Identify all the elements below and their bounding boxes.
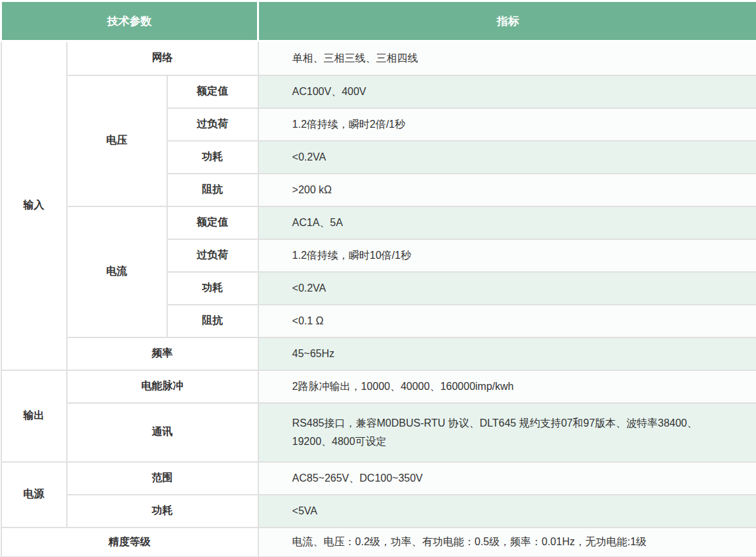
table-row: 电源 范围 AC85~265V、DC100~350V [1,462,756,495]
value-cell: AC1A、5A [258,206,756,239]
value-cell: <0.2VA [258,272,756,305]
value-cell: 1.2倍持续，瞬时2倍/1秒 [258,108,756,141]
table-row: 输出 电能脉冲 2路脉冲输出，10000、40000、160000imp/kwh [1,370,756,403]
value-cell: >200 kΩ [258,174,756,206]
subgroup-cell-voltage: 电压 [67,75,167,206]
group-cell-output: 输出 [1,370,67,462]
value-cell: 2路脉冲输出，10000、40000、160000imp/kwh [258,370,756,403]
group-cell-power: 电源 [1,462,67,528]
table-row: 输入 网络 单相、三相三线、三相四线 [1,41,756,75]
value-cell: RS485接口，兼容M0DBUS-RTU 协议、DLT645 规约支持07和97… [258,403,756,462]
param-cell: 频率 [67,337,258,370]
table-row: 精度等级 电流、电压：0.2级，功率、有功电能：0.5级，频率：0.01Hz，无… [1,528,756,557]
header-cell-params: 技术参数 [1,1,258,41]
param-cell: 阻抗 [167,305,258,337]
param-cell: 电能脉冲 [67,370,258,403]
header-cell-spec: 指标 [258,1,756,41]
value-cell: <0.1 Ω [258,305,756,337]
param-cell: 过负荷 [167,108,258,141]
table-row: 功耗 <5VA [1,495,756,528]
param-cell: 功耗 [167,141,258,174]
value-cell: <0.2VA [258,141,756,174]
value-cell: AC100V、400V [258,75,756,108]
value-cell: 单相、三相三线、三相四线 [258,41,756,75]
param-cell: 过负荷 [167,239,258,272]
param-cell: 额定值 [167,206,258,239]
param-cell: 通讯 [67,403,258,462]
value-cell: 电流、电压：0.2级，功率、有功电能：0.5级，频率：0.01Hz，无功电能:1… [258,528,756,557]
table-row: 电压 额定值 AC100V、400V [1,75,756,108]
table-row: 电流 额定值 AC1A、5A [1,206,756,239]
param-cell: 精度等级 [1,528,258,557]
table-row: 频率 45~65Hz [1,337,756,370]
value-cell: <5VA [258,495,756,528]
group-cell-input: 输入 [1,41,67,370]
param-cell: 功耗 [167,272,258,305]
param-cell: 功耗 [67,495,258,528]
value-cell: 1.2倍持续，瞬时10倍/1秒 [258,239,756,272]
table-row: 通讯 RS485接口，兼容M0DBUS-RTU 协议、DLT645 规约支持07… [1,403,756,462]
value-cell: 45~65Hz [258,337,756,370]
table-header-row: 技术参数 指标 [1,1,756,41]
param-cell: 额定值 [167,75,258,108]
param-cell: 范围 [67,462,258,495]
spec-table: 技术参数 指标 输入 网络 单相、三相三线、三相四线 电压 额定值 AC100V… [0,0,756,557]
param-cell: 网络 [67,41,258,75]
value-cell: AC85~265V、DC100~350V [258,462,756,495]
param-cell: 阻抗 [167,174,258,206]
subgroup-cell-current: 电流 [67,206,167,337]
